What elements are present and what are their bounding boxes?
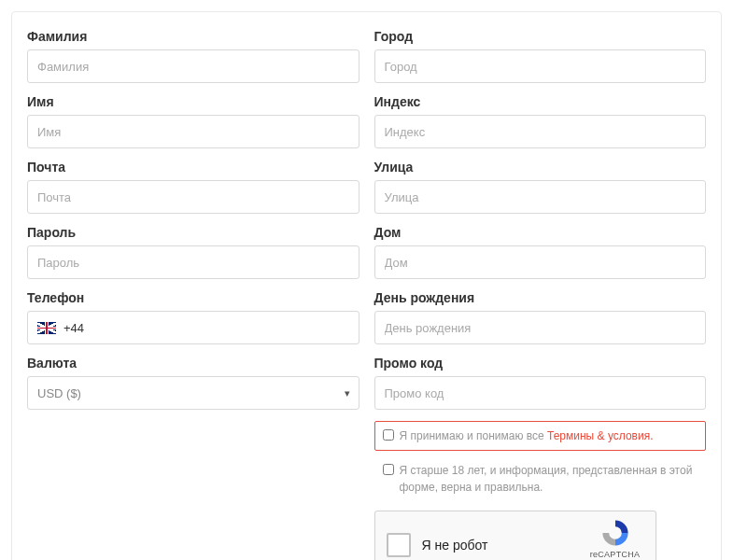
recaptcha-brand-text: reCAPTCHA	[585, 550, 646, 559]
birthday-label: День рождения	[374, 290, 707, 305]
terms-text: Я принимаю и понимаю все Термины & услов…	[400, 427, 654, 444]
right-column: Город Индекс Улица Дом День рождения Про	[374, 29, 707, 560]
registration-form: Фамилия Имя Почта Пароль Телефон +44	[11, 11, 722, 560]
recaptcha-logo-icon	[599, 517, 631, 549]
age-checkbox[interactable]	[383, 464, 394, 475]
firstname-input[interactable]	[27, 115, 359, 148]
email-input[interactable]	[27, 180, 359, 214]
password-field: Пароль	[27, 225, 359, 279]
firstname-label: Имя	[27, 94, 359, 109]
surname-input[interactable]	[27, 49, 359, 83]
city-label: Город	[374, 29, 707, 44]
birthday-input[interactable]	[374, 311, 707, 344]
street-field: Улица	[374, 160, 707, 214]
currency-field: Валюта USD ($) ▾	[27, 356, 359, 410]
password-label: Пароль	[27, 225, 359, 240]
phone-dial-code: +44	[63, 321, 84, 335]
house-label: Дом	[374, 225, 707, 240]
surname-field: Фамилия	[27, 29, 359, 83]
flag-uk-icon	[37, 322, 56, 334]
email-field: Почта	[27, 160, 359, 214]
street-input[interactable]	[374, 180, 707, 214]
zip-input[interactable]	[374, 115, 707, 148]
age-text: Я старше 18 лет, и информация, представл…	[400, 462, 699, 496]
house-field: Дом	[374, 225, 707, 279]
promo-input[interactable]	[374, 376, 707, 410]
house-input[interactable]	[374, 245, 707, 279]
recaptcha-label: Я не робот	[422, 538, 488, 553]
promo-field: Промо код	[374, 356, 707, 410]
currency-label: Валюта	[27, 356, 359, 371]
left-column: Фамилия Имя Почта Пароль Телефон +44	[27, 29, 359, 560]
phone-country-select[interactable]: +44	[27, 311, 359, 344]
currency-select[interactable]: USD ($)	[27, 376, 359, 410]
zip-label: Индекс	[374, 94, 707, 109]
password-input[interactable]	[27, 245, 359, 279]
terms-link[interactable]: Термины & условия.	[547, 429, 653, 442]
firstname-field: Имя	[27, 94, 359, 148]
birthday-field: День рождения	[374, 290, 707, 344]
street-label: Улица	[374, 160, 707, 175]
email-label: Почта	[27, 160, 359, 175]
recaptcha-widget[interactable]: Я не робот reCAPTCHA Конфиденциальность …	[374, 511, 656, 560]
recaptcha-checkbox[interactable]	[387, 533, 411, 557]
recaptcha-badge: reCAPTCHA	[585, 517, 646, 559]
surname-label: Фамилия	[27, 29, 359, 44]
terms-prefix: Я принимаю и понимаю все	[400, 429, 548, 442]
age-consent-row: Я старше 18 лет, и информация, представл…	[374, 456, 707, 501]
currency-value: USD ($)	[37, 386, 81, 400]
city-input[interactable]	[374, 49, 707, 83]
phone-label: Телефон	[27, 290, 359, 305]
terms-consent-row: Я принимаю и понимаю все Термины & услов…	[374, 421, 707, 451]
zip-field: Индекс	[374, 94, 707, 148]
promo-label: Промо код	[374, 356, 707, 371]
city-field: Город	[374, 29, 707, 83]
phone-field: Телефон +44	[27, 290, 359, 344]
terms-checkbox[interactable]	[383, 429, 394, 441]
